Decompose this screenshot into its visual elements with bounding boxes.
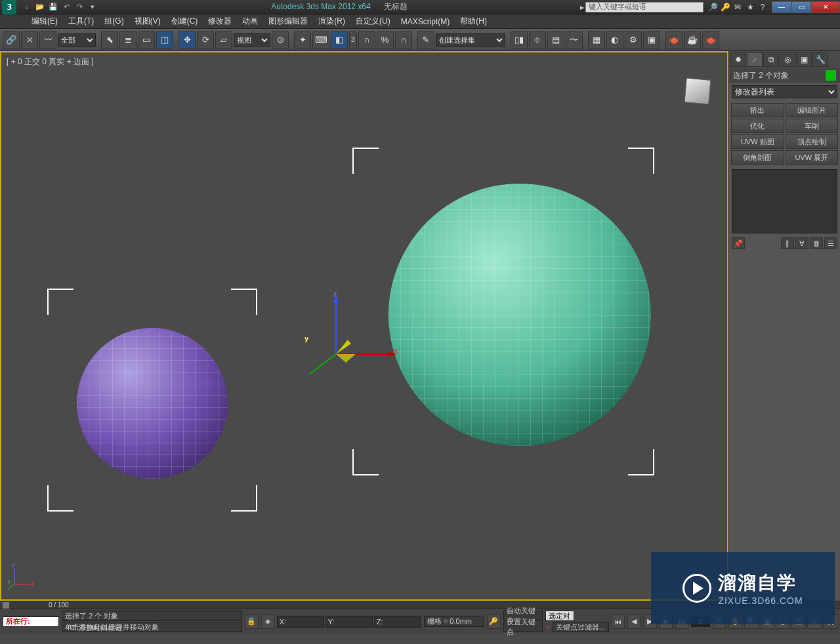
viewport[interactable]: [ + 0 正交 0 真实 + 边面 ] x bbox=[0, 51, 728, 601]
isolate-icon[interactable]: ◈ bbox=[261, 614, 274, 629]
render-preset-icon[interactable]: ☕ bbox=[684, 31, 701, 49]
modifier-button[interactable]: 车削 bbox=[786, 119, 839, 133]
modifier-button[interactable]: 顶点绘制 bbox=[786, 134, 839, 149]
pin-stack-icon[interactable]: 📌 bbox=[732, 237, 745, 249]
minimize-button[interactable]: — bbox=[772, 1, 791, 13]
render-icon[interactable]: 🫖 bbox=[665, 31, 682, 49]
communication-icon[interactable]: ✉ bbox=[732, 2, 743, 12]
render-setup-icon[interactable]: ⚙ bbox=[625, 31, 642, 49]
create-tab-icon[interactable]: ✹ bbox=[730, 52, 746, 67]
key-filters-button[interactable]: 关键点过滤器... bbox=[553, 622, 609, 632]
schematic-view-icon[interactable]: ▦ bbox=[588, 31, 605, 49]
menu-customize[interactable]: 自定义(U) bbox=[350, 16, 396, 27]
modifier-button[interactable]: UVW 贴图 bbox=[731, 134, 784, 149]
menu-edit[interactable]: 编辑(E) bbox=[26, 16, 63, 27]
qat-more-icon[interactable]: ▾ bbox=[87, 2, 98, 12]
keyboard-shortcut-icon[interactable]: ⌨ bbox=[312, 31, 329, 49]
menu-help[interactable]: 帮助(H) bbox=[455, 16, 492, 27]
time-handle-icon[interactable] bbox=[3, 602, 9, 609]
menu-rendering[interactable]: 渲染(R) bbox=[313, 16, 350, 27]
prev-frame-icon[interactable]: ◀ bbox=[627, 614, 640, 629]
motion-tab-icon[interactable]: ◎ bbox=[780, 52, 795, 67]
window-crossing-icon[interactable]: ◫ bbox=[156, 31, 173, 49]
selection-filter-select[interactable]: 全部 bbox=[58, 33, 96, 47]
key-mode-icon[interactable]: ✓ bbox=[545, 623, 551, 632]
pivot-center-icon[interactable]: ⊙ bbox=[272, 31, 289, 49]
time-tag-toggle-icon[interactable]: ☰ bbox=[70, 624, 76, 632]
manipulate-icon[interactable]: ✦ bbox=[294, 31, 311, 49]
menu-modifiers[interactable]: 修改器 bbox=[203, 16, 237, 27]
menu-tools[interactable]: 工具(T) bbox=[63, 16, 99, 27]
viewcube[interactable] bbox=[681, 75, 714, 108]
show-end-result-icon[interactable]: ∥ bbox=[781, 237, 794, 249]
curve-editor-icon[interactable]: 〜 bbox=[566, 31, 583, 49]
coord-y-input[interactable]: Y: bbox=[326, 616, 373, 628]
qat-save-icon[interactable]: 💾 bbox=[47, 2, 59, 12]
hierarchy-tab-icon[interactable]: ⧉ bbox=[763, 52, 779, 67]
modifier-button[interactable]: 编辑面片 bbox=[786, 103, 839, 117]
utilities-tab-icon[interactable]: 🔧 bbox=[812, 52, 828, 67]
snap-toggle-icon[interactable]: ◧ bbox=[331, 31, 348, 49]
modifier-button[interactable]: 挤出 bbox=[731, 103, 784, 117]
select-region-icon[interactable]: ▭ bbox=[138, 31, 155, 49]
qat-undo-icon[interactable]: ↶ bbox=[60, 2, 72, 12]
app-icon[interactable]: 𝟯 bbox=[2, 0, 16, 14]
named-sets-edit-icon[interactable]: ✎ bbox=[417, 31, 434, 49]
modifier-stack[interactable] bbox=[732, 169, 837, 233]
unlink-icon[interactable]: ⤫ bbox=[21, 31, 38, 49]
align-icon[interactable]: ≑ bbox=[529, 31, 546, 49]
select-by-name-icon[interactable]: ≣ bbox=[119, 31, 136, 49]
angle-snap-icon[interactable]: 3 bbox=[349, 31, 357, 49]
object-color-swatch[interactable] bbox=[826, 70, 836, 81]
favorites-icon[interactable]: ★ bbox=[745, 2, 755, 12]
menu-create[interactable]: 创建(C) bbox=[166, 16, 203, 27]
move-icon[interactable]: ✥ bbox=[178, 31, 196, 49]
edge-snap-icon[interactable]: ∩ bbox=[395, 31, 412, 49]
modifier-button[interactable]: 优化 bbox=[731, 119, 784, 133]
search-input[interactable]: 键入关键字或短语 bbox=[585, 2, 704, 12]
ref-coord-select[interactable]: 视图 bbox=[234, 33, 270, 47]
bind-spacewarp-icon[interactable]: 〰 bbox=[39, 31, 56, 49]
layers-icon[interactable]: ▤ bbox=[547, 31, 564, 49]
named-selection-select[interactable]: 创建选择集 bbox=[436, 33, 505, 47]
scale-icon[interactable]: ▱ bbox=[215, 31, 232, 49]
modifier-list-select[interactable]: 修改器列表 bbox=[732, 85, 837, 98]
qat-redo-icon[interactable]: ↷ bbox=[74, 2, 85, 12]
menu-animation[interactable]: 动画 bbox=[237, 16, 263, 27]
display-tab-icon[interactable]: ▣ bbox=[796, 52, 812, 67]
material-editor-icon[interactable]: ◐ bbox=[606, 31, 623, 49]
maximize-button[interactable]: ▭ bbox=[791, 1, 811, 13]
modifier-button[interactable]: UVW 展开 bbox=[786, 150, 839, 165]
qat-open-icon[interactable]: 📂 bbox=[34, 2, 46, 12]
set-key-button[interactable]: 设置关键点 bbox=[503, 622, 543, 632]
goto-start-icon[interactable]: ⏮ bbox=[612, 614, 625, 629]
menu-maxscript[interactable]: MAXScript(M) bbox=[396, 17, 455, 26]
make-unique-icon[interactable]: ∀ bbox=[795, 237, 808, 249]
close-button[interactable]: ✕ bbox=[811, 1, 840, 13]
coord-x-input[interactable]: X: bbox=[277, 616, 324, 628]
rotate-icon[interactable]: ⟳ bbox=[197, 31, 214, 49]
render-production-icon[interactable]: 🫖 bbox=[702, 31, 719, 49]
percent-snap-icon[interactable]: ∩ bbox=[358, 31, 375, 49]
infocenter-arrow-icon[interactable]: ▸ bbox=[580, 3, 584, 12]
remove-modifier-icon[interactable]: 🗑 bbox=[810, 237, 823, 249]
modifier-button[interactable]: 倒角剖面 bbox=[731, 150, 784, 165]
link-icon[interactable]: 🔗 bbox=[3, 31, 20, 49]
configure-sets-icon[interactable]: ☰ bbox=[824, 237, 837, 249]
menu-group[interactable]: 组(G) bbox=[99, 16, 129, 27]
subscription-icon[interactable]: 🔑 bbox=[720, 2, 730, 12]
time-tag-icon[interactable]: 🔑 bbox=[487, 614, 500, 629]
coord-z-input[interactable]: Z: bbox=[374, 616, 421, 628]
qat-new-icon[interactable]: ▫ bbox=[21, 2, 33, 12]
add-time-tag[interactable]: 添加时间标记 bbox=[79, 623, 122, 633]
render-frame-icon[interactable]: ▣ bbox=[643, 31, 660, 49]
mirror-icon[interactable]: ▯▮ bbox=[511, 31, 528, 49]
help-icon[interactable]: ? bbox=[757, 2, 768, 12]
modify-tab-icon[interactable]: ⟋ bbox=[747, 52, 763, 67]
viewport-label[interactable]: [ + 0 正交 0 真实 + 边面 ] bbox=[7, 56, 94, 68]
spinner-snap-icon[interactable]: % bbox=[377, 31, 394, 49]
key-target-select[interactable]: 选定对 bbox=[545, 611, 574, 621]
lock-selection-icon[interactable]: 🔒 bbox=[245, 614, 258, 629]
search-go-icon[interactable]: 🔎 bbox=[707, 2, 718, 12]
menu-graph-editors[interactable]: 图形编辑器 bbox=[263, 16, 313, 27]
